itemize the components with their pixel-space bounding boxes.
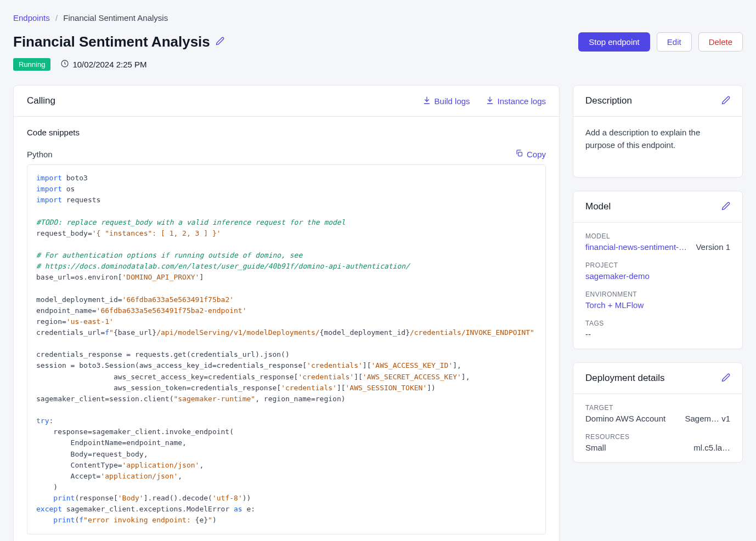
project-label: PROJECT <box>585 261 730 269</box>
model-version: Version 1 <box>696 242 730 252</box>
model-name-link[interactable]: financial-news-sentiment-an… <box>585 242 689 252</box>
action-buttons: Stop endpoint Edit Delete <box>578 32 743 52</box>
tags-value: -- <box>585 329 730 339</box>
page-title: Financial Sentiment Analysis <box>13 33 210 50</box>
deployment-card: Deployment details TARGET Domino AWS Acc… <box>573 362 743 463</box>
clock-icon <box>60 59 69 70</box>
status-badge: Running <box>13 58 50 71</box>
language-label: Python <box>27 150 53 159</box>
copy-button[interactable]: Copy <box>515 149 546 159</box>
target-account: Domino AWS Account <box>585 414 678 423</box>
resources-label: RESOURCES <box>585 433 730 441</box>
code-snippets-label: Code snippets <box>27 128 546 137</box>
environment-label: ENVIRONMENT <box>585 291 730 298</box>
edit-model-icon[interactable] <box>721 202 730 212</box>
timestamp-text: 10/02/2024 2:25 PM <box>72 60 146 69</box>
project-link[interactable]: sagemaker-demo <box>585 271 730 281</box>
target-version: Sagem… v1 <box>685 414 730 423</box>
edit-button[interactable]: Edit <box>657 32 692 52</box>
tags-label: TAGS <box>585 320 730 327</box>
calling-card: Calling Build logs Instance logs Code sn… <box>13 85 560 541</box>
timestamp: 10/02/2024 2:25 PM <box>60 59 146 70</box>
resources-size: Small <box>585 443 687 452</box>
instance-logs-label: Instance logs <box>498 96 546 106</box>
build-logs-label: Build logs <box>435 96 470 106</box>
breadcrumb-sep: / <box>55 13 58 22</box>
breadcrumb-root[interactable]: Endpoints <box>13 13 50 22</box>
download-icon <box>486 96 494 106</box>
deployment-title: Deployment details <box>585 373 665 384</box>
delete-button[interactable]: Delete <box>698 32 743 52</box>
copy-label: Copy <box>527 150 546 159</box>
edit-title-icon[interactable] <box>216 37 224 47</box>
description-title: Description <box>585 95 632 106</box>
model-title: Model <box>585 201 611 212</box>
copy-icon <box>515 149 523 159</box>
target-label: TARGET <box>585 404 730 412</box>
description-card: Description Add a description to explain… <box>573 85 743 178</box>
edit-deployment-icon[interactable] <box>721 373 730 384</box>
breadcrumb: Endpoints / Financial Sentiment Analysis <box>13 13 743 22</box>
calling-title: Calling <box>27 95 55 106</box>
model-card: Model MODEL financial-news-sentiment-an…… <box>573 191 743 349</box>
environment-link[interactable]: Torch + MLFlow <box>585 300 730 310</box>
download-icon <box>422 96 431 106</box>
breadcrumb-current: Financial Sentiment Analysis <box>63 13 168 22</box>
svg-rect-1 <box>518 152 522 156</box>
edit-description-icon[interactable] <box>721 96 730 106</box>
stop-endpoint-button[interactable]: Stop endpoint <box>578 32 650 52</box>
build-logs-link[interactable]: Build logs <box>422 96 470 106</box>
instance-logs-link[interactable]: Instance logs <box>486 96 546 106</box>
model-label: MODEL <box>585 232 730 240</box>
description-placeholder: Add a description to explain the purpose… <box>585 127 730 151</box>
resources-instance: ml.c5.la… <box>693 443 730 452</box>
code-snippet[interactable]: import boto3 import os import requests #… <box>27 164 546 534</box>
